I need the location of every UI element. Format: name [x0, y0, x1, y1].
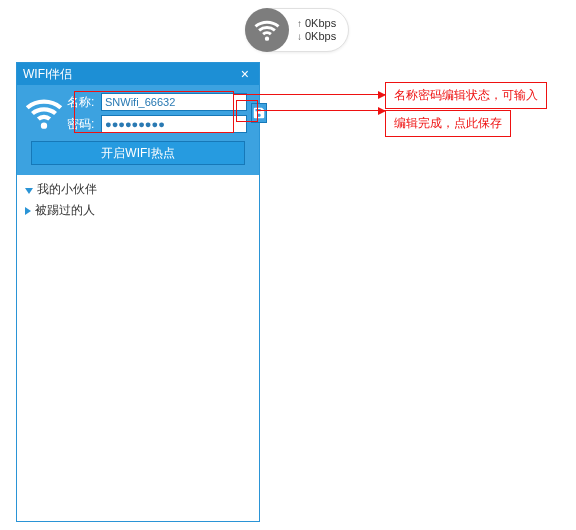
start-hotspot-button[interactable]: 开启WIFI热点 — [31, 141, 245, 165]
annotation-arrow-1 — [234, 94, 385, 95]
tree-item-label: 被踢过的人 — [35, 202, 95, 219]
tree-item-kicked[interactable]: 被踢过的人 — [19, 200, 257, 221]
annotation-text-1: 名称密码编辑状态，可输入 — [394, 88, 538, 102]
wifi-password-input[interactable] — [101, 115, 247, 133]
upload-arrow-icon — [297, 17, 302, 30]
tree-item-friends[interactable]: 我的小伙伴 — [19, 179, 257, 200]
chevron-down-icon — [25, 188, 33, 194]
name-label: 名称: — [67, 94, 99, 111]
header-panel: 名称: 密码: 开启WIFI热点 — [17, 85, 259, 175]
annotation-text-2: 编辑完成，点此保存 — [394, 116, 502, 130]
close-icon[interactable]: × — [237, 66, 253, 82]
chevron-right-icon — [25, 207, 31, 215]
wifi-icon — [254, 17, 280, 43]
titlebar[interactable]: WIFI伴侣 × — [17, 63, 259, 85]
save-button[interactable] — [251, 103, 267, 123]
wifi-icon-large — [25, 93, 63, 133]
wifi-name-input[interactable] — [101, 93, 247, 111]
speed-widget: 0Kbps 0Kbps — [245, 8, 349, 52]
upload-speed: 0Kbps — [305, 17, 336, 30]
annotation-box-1: 名称密码编辑状态，可输入 — [385, 82, 547, 109]
tree-item-label: 我的小伙伴 — [37, 181, 97, 198]
client-list-panel: 我的小伙伴 被踢过的人 — [17, 175, 259, 521]
download-speed: 0Kbps — [305, 30, 336, 43]
wifi-circle-icon — [245, 8, 289, 52]
download-arrow-icon — [297, 30, 302, 43]
save-icon — [252, 106, 266, 120]
wifi-companion-window: WIFI伴侣 × 名称: 密码: — [16, 62, 260, 522]
annotation-arrow-2 — [258, 110, 385, 111]
window-title: WIFI伴侣 — [23, 66, 72, 83]
annotation-box-2: 编辑完成，点此保存 — [385, 110, 511, 137]
start-hotspot-label: 开启WIFI热点 — [101, 145, 174, 162]
password-label: 密码: — [67, 116, 99, 133]
